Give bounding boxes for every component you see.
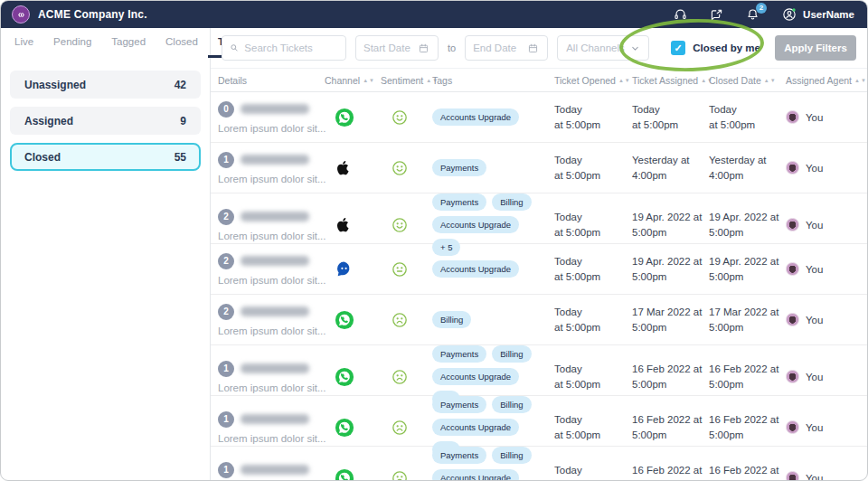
tab-live[interactable]: Live [5, 28, 43, 58]
unread-count-badge: 1 [218, 152, 234, 168]
column-header-ticket-assigned[interactable]: Ticket Assigned▲▼ [632, 75, 709, 86]
agent-avatar [786, 262, 799, 276]
ticket-details-cell[interactable]: 1Lorem ipsum dolor sit... [211, 152, 325, 184]
more-tags-pill[interactable]: + 5 [432, 239, 460, 256]
sentiment-sad-icon [391, 368, 409, 386]
closed-date-cell: 19 Apr. 2022 at5:00pm [709, 254, 786, 284]
assigned-agent-cell: You [786, 110, 868, 124]
table-row[interactable]: 1Lorem ipsum dolor sit... PaymentsTodaya… [211, 143, 868, 193]
ticket-details-cell[interactable]: 0Lorem ipsum dolor sit... [211, 101, 325, 134]
tag-pill[interactable]: Payments [432, 396, 486, 413]
whatsapp-icon [335, 310, 354, 330]
tab-closed[interactable]: Closed [156, 28, 208, 58]
tag-pill[interactable]: Payments [432, 159, 486, 176]
main-panel: to All Channels ✓ Closed by me [211, 28, 868, 481]
chat-bubble-icon [335, 259, 354, 278]
ticket-id-line: 1 [218, 152, 325, 168]
ticket-details-cell[interactable]: 2Lorem ipsum dolor sit... [211, 253, 325, 286]
tab-tagged[interactable]: Tagged [101, 28, 156, 58]
sentiment-sad-icon [391, 311, 409, 329]
sentiment-cell [381, 368, 432, 386]
ticket-details-cell[interactable]: 2Lorem ipsum dolor sit... [211, 209, 325, 241]
closed-date-cell: 19 Apr. 2022 at5:00pm [709, 210, 786, 240]
sentiment-happy-icon [391, 159, 409, 177]
ticket-details-cell[interactable]: 1Lorem ipsum dolor sit... [211, 462, 325, 481]
ticket-id-line: 0 [218, 101, 325, 118]
ticket-opened-cell: Todayat 5:00pm [554, 153, 632, 183]
closed-by-me-checkbox[interactable]: ✓ [671, 41, 685, 55]
table-row[interactable]: 1Lorem ipsum dolor sit... PaymentsBillin… [211, 447, 868, 481]
search-input[interactable] [222, 35, 346, 61]
column-header-assigned-agent[interactable]: Assigned Agent▲▼ [786, 75, 868, 86]
tags-cell: Accounts Upgrade [432, 260, 554, 278]
ticket-status-list: Unassigned42Assigned9Closed55 [1, 58, 210, 171]
message-share-icon[interactable] [709, 7, 724, 23]
sort-arrows-icon[interactable]: ▲▼ [854, 78, 867, 83]
start-date-input[interactable] [355, 35, 439, 61]
unread-count-badge: 1 [218, 462, 234, 478]
tag-pill[interactable]: Accounts Upgrade [432, 469, 519, 481]
sidebar-item-assigned[interactable]: Assigned9 [10, 107, 201, 135]
tag-pill[interactable]: Billing [492, 396, 531, 413]
tag-pill[interactable]: Billing [492, 447, 531, 464]
ticket-opened-cell: Todayat 5:00pm [554, 210, 632, 240]
headset-icon[interactable] [673, 7, 688, 23]
tag-pill[interactable]: Accounts Upgrade [432, 108, 519, 126]
tag-pill[interactable]: Billing [432, 311, 471, 328]
unread-count-badge: 2 [218, 304, 234, 320]
end-date-field[interactable] [473, 42, 522, 53]
column-header-ticket-opened[interactable]: Ticket Opened▲▼ [554, 75, 632, 86]
column-label: Closed Date [709, 75, 761, 86]
redacted-ticket-id [241, 256, 309, 266]
column-header-channel[interactable]: Channel▲▼ [325, 75, 381, 86]
sidebar-item-unassigned[interactable]: Unassigned42 [10, 71, 201, 99]
tag-pill[interactable]: Payments [432, 447, 486, 464]
redacted-ticket-id [241, 465, 309, 475]
ticket-assigned-cell: 17 Mar 2022 at5:00pm [632, 305, 709, 335]
table-row[interactable]: 1Lorem ipsum dolor sit... PaymentsBillin… [211, 345, 868, 396]
table-row[interactable]: 2Lorem ipsum dolor sit... BillingTodayat… [211, 295, 868, 345]
sort-arrows-icon[interactable]: ▲▼ [363, 78, 375, 83]
ticket-id-line: 1 [218, 361, 325, 377]
tag-pill[interactable]: Accounts Upgrade [432, 368, 519, 385]
channel-cell [325, 468, 381, 481]
tag-pill[interactable]: Payments [432, 193, 486, 211]
start-date-field[interactable] [363, 42, 412, 53]
agent-name: You [806, 422, 823, 433]
message-preview: Lorem ipsum dolor sit... [218, 275, 325, 286]
closed-date-cell: 16 Feb 2022 at5:00pm [709, 362, 786, 391]
ticket-details-cell[interactable]: 2Lorem ipsum dolor sit... [211, 304, 325, 336]
user-menu[interactable]: UserName [781, 6, 854, 23]
end-date-input[interactable] [465, 35, 548, 61]
notifications-bell-icon[interactable]: 2 [745, 7, 760, 23]
table-row[interactable]: 0Lorem ipsum dolor sit... Accounts Upgra… [211, 92, 868, 143]
tag-pill[interactable]: Accounts Upgrade [432, 419, 519, 436]
sidebar-item-closed[interactable]: Closed55 [10, 143, 201, 171]
tab-pending[interactable]: Pending [43, 28, 101, 58]
ticket-details-cell[interactable]: 1Lorem ipsum dolor sit... [211, 361, 325, 393]
tag-pill[interactable]: Accounts Upgrade [432, 260, 519, 278]
message-preview: Lorem ipsum dolor sit... [218, 123, 325, 134]
column-header-closed-date[interactable]: Closed Date▲▼ [709, 75, 786, 86]
apply-filters-button[interactable]: Apply Filters [775, 35, 856, 61]
sort-arrows-icon[interactable]: ▲▼ [618, 78, 631, 83]
sentiment-cell [381, 159, 432, 177]
redacted-ticket-id [241, 414, 309, 424]
message-preview: Lorem ipsum dolor sit... [218, 382, 325, 393]
date-range-to-label: to [448, 42, 456, 53]
sentiment-neutral-icon [391, 260, 409, 278]
tag-pill[interactable]: Accounts Upgrade [432, 216, 519, 233]
ticket-id-line: 1 [218, 462, 325, 478]
sort-arrows-icon[interactable]: ▲▼ [764, 78, 777, 83]
ticket-details-cell[interactable]: 1Lorem ipsum dolor sit... [211, 411, 325, 444]
table-row[interactable]: 1Lorem ipsum dolor sit... PaymentsBillin… [211, 396, 868, 447]
table-row[interactable]: 2Lorem ipsum dolor sit... PaymentsBillin… [211, 193, 868, 244]
column-header-sentiment[interactable]: Sentiment▲▼ [381, 75, 432, 86]
tag-pill[interactable]: Billing [492, 193, 531, 211]
tag-pill[interactable]: Payments [432, 345, 486, 363]
column-header-tags: Tags [432, 75, 554, 86]
closed-by-me-filter[interactable]: ✓ Closed by me [671, 41, 760, 55]
channels-dropdown[interactable]: All Channels [557, 35, 649, 61]
tag-pill[interactable]: Billing [492, 345, 531, 363]
search-field[interactable] [244, 42, 338, 53]
